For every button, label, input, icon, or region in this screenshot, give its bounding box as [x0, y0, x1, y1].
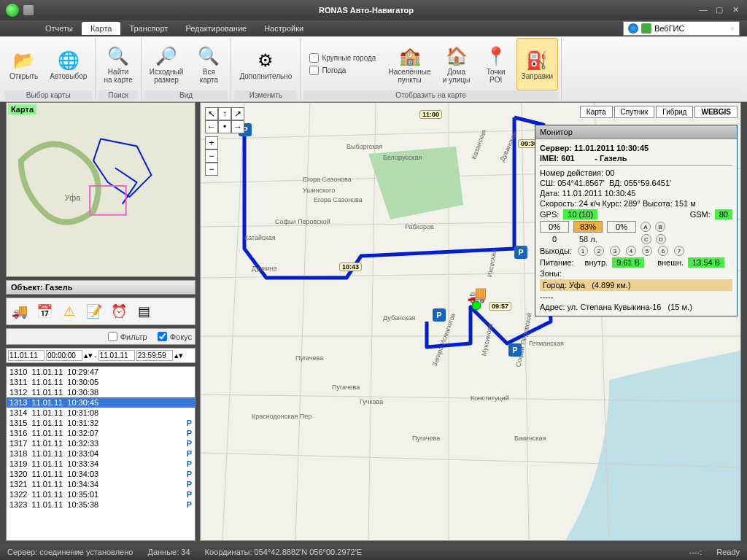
street-label: Гетманская: [529, 340, 564, 347]
event-row[interactable]: 132311.01.1110:35:38P: [7, 499, 195, 510]
event-row[interactable]: 132111.01.1110:34:34P: [7, 479, 195, 489]
event-list[interactable]: 131011.01.1110:29:47131111.01.1110:30:05…: [6, 366, 196, 541]
date-from[interactable]: [8, 350, 44, 361]
main-map[interactable]: Выборгская Белорусская Казанская Дуванск…: [200, 102, 741, 541]
event-row[interactable]: 132011.01.1110:34:03P: [7, 469, 195, 479]
time-to[interactable]: [136, 350, 173, 361]
menu-Транспорт[interactable]: Транспорт: [120, 22, 177, 35]
ribbon-fuel[interactable]: ⛽Заправки: [516, 38, 558, 90]
menu-Отчеты[interactable]: Отчеты: [36, 22, 82, 35]
street-label: Конституций: [471, 394, 509, 402]
event-row[interactable]: 131911.01.1110:33:34P: [7, 459, 195, 469]
object-label: Объект: Газель: [6, 280, 196, 295]
street-label: Пугачева: [412, 435, 440, 442]
parking-icon: P: [187, 480, 192, 489]
street-label: Бакинская: [514, 435, 546, 442]
street-label: Егора Сазонова: [314, 196, 363, 203]
event-row[interactable]: 131411.01.1110:31:08: [7, 408, 195, 418]
ribbon-poi[interactable]: 📍ТочкиPOI: [477, 38, 515, 90]
menu-Настройки[interactable]: Настройки: [255, 22, 312, 35]
clock-icon[interactable]: ⏰: [109, 301, 129, 322]
dropdown-icon[interactable]: ▾: [730, 24, 735, 34]
titlebar: RONAS Авто-Навигатор — ▢ ✕: [0, 0, 747, 20]
statusbar: Сервер: соединение установлено Данные: 3…: [0, 544, 747, 560]
maptype-Гибрид[interactable]: Гибрид: [656, 106, 693, 118]
event-row[interactable]: 131311.01.1110:30:45: [7, 397, 195, 408]
zoom-mid[interactable]: −: [205, 149, 218, 163]
date-to[interactable]: [98, 350, 135, 361]
maximize-button[interactable]: ▢: [713, 5, 725, 15]
check-Погода[interactable]: Погода: [308, 64, 377, 77]
street-label: Гучкова: [360, 398, 383, 405]
street-label: Ушинского: [303, 187, 335, 194]
pan-ne[interactable]: ↗: [231, 107, 244, 120]
minimize-button[interactable]: —: [697, 5, 709, 15]
map-controls: ↖ ↑ ↗ ← • → + − −: [205, 107, 244, 176]
event-row[interactable]: 131011.01.1110:29:47: [7, 367, 195, 377]
globe-icon: [628, 23, 638, 34]
ribbon-towns[interactable]: 🏫Населённыепункты: [383, 38, 436, 90]
parking-icon: P: [187, 439, 192, 448]
pan-w[interactable]: ←: [205, 120, 218, 133]
minimap-label: Карта: [8, 104, 36, 114]
orig-size-icon: 🔎: [155, 44, 178, 68]
spinner-icon[interactable]: ▴▾: [174, 351, 183, 360]
calendar-icon[interactable]: 📅: [34, 301, 55, 322]
ribbon-open[interactable]: 📂Открыть: [4, 38, 43, 90]
status-data: Данные: 34: [147, 548, 190, 556]
event-row[interactable]: 131711.01.1110:32:33P: [7, 438, 195, 448]
list-icon[interactable]: ▤: [133, 301, 154, 322]
maptype-Спутник[interactable]: Спутник: [614, 106, 655, 118]
check-Крупные города[interactable]: Крупные города: [308, 52, 377, 64]
ribbon-full-map[interactable]: 🔍Всякарта: [190, 38, 228, 90]
street-label: Рабкоров: [405, 223, 434, 230]
parking-icon: P: [187, 429, 192, 438]
ribbon-houses[interactable]: 🏠Домаи улицы: [438, 38, 476, 90]
zoom-in[interactable]: +: [205, 136, 218, 149]
street-label: Егора Сазонова: [303, 176, 352, 183]
menu-Карта[interactable]: Карта: [82, 22, 120, 35]
ribbon-find[interactable]: 🔍Найтина карте: [98, 38, 137, 90]
webgis-input[interactable]: [654, 24, 727, 33]
menu-Редактирование[interactable]: Редактирование: [177, 22, 255, 35]
ribbon-orig-size[interactable]: 🔎Исходныйразмер: [144, 38, 189, 90]
truck-icon[interactable]: 🚚: [9, 301, 30, 322]
filter-checkbox[interactable]: Фильтр: [107, 330, 149, 343]
street-label: Софьи Перовской: [275, 218, 330, 225]
street-label: Пугачева: [295, 354, 323, 362]
parking-icon: P: [187, 449, 192, 458]
ribbon-autoselect[interactable]: 🌐Автовыбор: [44, 38, 92, 90]
event-row[interactable]: 131111.01.1110:30:05: [7, 377, 195, 387]
time-tag: 09:57: [489, 302, 511, 311]
note-icon[interactable]: 📝: [84, 301, 104, 322]
zoom-out[interactable]: −: [205, 163, 218, 176]
event-row[interactable]: 131511.01.1110:31:32P: [7, 418, 195, 428]
pan-home[interactable]: •: [218, 120, 231, 133]
event-row[interactable]: 131811.01.1110:33:04P: [7, 448, 195, 459]
ribbon-more[interactable]: ⚙Дополнительно: [234, 38, 297, 90]
maptype-WEBGIS[interactable]: WEBGIS: [694, 106, 738, 118]
time-from[interactable]: [46, 350, 82, 361]
close-button[interactable]: ✕: [729, 5, 741, 15]
pan-n[interactable]: ↑: [218, 107, 231, 120]
more-icon: ⚙: [254, 49, 277, 72]
alert-icon[interactable]: ⚠: [59, 301, 80, 322]
event-row[interactable]: 131211.01.1110:30:38: [7, 387, 195, 397]
spinner-icon[interactable]: ▴▾: [84, 351, 93, 360]
vehicle-icon: 🚚: [467, 285, 487, 304]
webgis-selector[interactable]: ▾: [623, 21, 740, 36]
focus-checkbox[interactable]: Фокус: [156, 330, 193, 343]
parking-icon: P: [187, 459, 192, 468]
event-row[interactable]: 132211.01.1110:35:01P: [7, 489, 195, 499]
ribbon: 📂Открыть🌐АвтовыборВыбор карты🔍Найтина ка…: [0, 36, 747, 102]
maptype-Карта[interactable]: Карта: [580, 106, 613, 118]
minimap[interactable]: Карта Уфа: [6, 102, 196, 277]
poi-icon: 📍: [484, 44, 508, 68]
monitor-panel[interactable]: Монитор Сервер: 11.01.2011 10:30:45 IMEI…: [535, 125, 738, 316]
pan-nw[interactable]: ↖: [205, 107, 218, 120]
parking-icon: P: [187, 419, 192, 427]
event-row[interactable]: 131611.01.1110:32:07P: [7, 428, 195, 438]
pan-e[interactable]: →: [231, 120, 244, 133]
street-label: Выборгская: [347, 143, 382, 150]
houses-icon: 🏠: [445, 44, 468, 68]
